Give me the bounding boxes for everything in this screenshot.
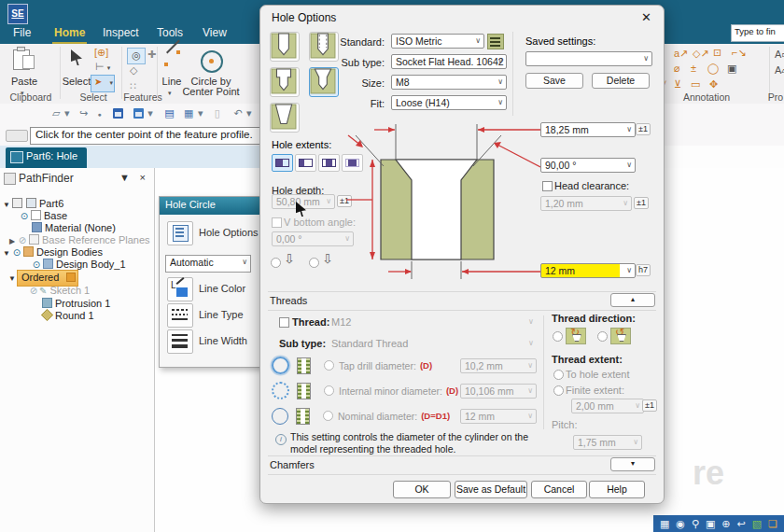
pathfinder-close-icon[interactable]: × — [140, 172, 146, 183]
standards-list-icon[interactable] — [487, 34, 504, 49]
tree-item-base[interactable]: ⊙Base — [0, 209, 154, 221]
polygon-icon[interactable]: ✚ — [147, 49, 156, 61]
tap-drill-diameter-radio[interactable] — [324, 360, 334, 371]
internal-minor-diameter-dropdown[interactable]: 10,106 mm — [460, 384, 537, 399]
open-icon[interactable]: ↪ — [79, 107, 88, 119]
cancel-button[interactable]: Cancel — [531, 481, 587, 498]
connector-icon[interactable]: ⌐↘ — [732, 47, 747, 59]
circle-a-icon[interactable]: ◯ — [707, 63, 719, 75]
hole-diameter-dropdown[interactable]: 12 mm — [540, 263, 636, 278]
save-icon[interactable] — [113, 108, 123, 119]
finite-extent-dropdown[interactable]: 2,00 mm — [571, 399, 644, 413]
tree-item-round1[interactable]: Round 1 — [0, 309, 154, 321]
finite-extent-radio[interactable] — [553, 385, 564, 396]
save-as-default-button[interactable]: Save as Default — [455, 481, 527, 498]
grid-icon[interactable]: ▦ — [660, 519, 669, 529]
saved-settings-dropdown[interactable] — [525, 51, 652, 66]
extent-through-next-button[interactable] — [295, 154, 316, 172]
app-logo[interactable]: SE — [7, 4, 28, 24]
text-box-icon[interactable]: ▣ — [727, 63, 736, 75]
finite-extent-tolerance-button[interactable]: ±1 — [642, 399, 657, 412]
save-caret-icon[interactable]: ▾ — [147, 107, 153, 119]
leader-icon[interactable]: a↗ — [674, 48, 688, 60]
menu-tools[interactable]: Tools — [155, 26, 185, 42]
fit-dropdown[interactable]: Loose (H14) — [391, 95, 507, 110]
save-button[interactable]: Save — [525, 73, 583, 89]
target-icon[interactable]: ⊕ — [721, 519, 730, 529]
concentric-circle-icon[interactable]: ◎ — [127, 48, 146, 64]
thread-value[interactable]: M12 — [331, 316, 351, 328]
tool-icon[interactable]: ⚲ — [692, 519, 699, 529]
standard-dropdown[interactable]: ISO Metric — [391, 34, 484, 49]
style-dropdown[interactable]: Automatic — [165, 255, 251, 273]
tree-item-sketch1[interactable]: ⊘✎Sketch 1 — [0, 285, 154, 297]
right-hand-thread-radio[interactable] — [553, 331, 563, 342]
fence-select-icon[interactable]: ⊢ ▾ — [95, 61, 110, 73]
new-caret-icon[interactable]: ▾ — [64, 107, 70, 119]
v-bottom-angle-checkbox[interactable] — [272, 217, 282, 228]
zoom-icon[interactable]: ◉ — [676, 519, 685, 529]
thread-dropdown-chevron-icon[interactable]: ∨ — [528, 317, 534, 326]
frame-icon[interactable]: ▭ — [691, 78, 700, 91]
tree-item-base-reference-planes[interactable]: ▶⊘Base Reference Planes — [0, 233, 154, 245]
thread-subtype-value[interactable]: Standard Thread — [331, 338, 408, 349]
line-type-button[interactable] — [167, 303, 193, 328]
hole-type-tapered-button[interactable] — [270, 103, 300, 133]
datum-icon[interactable]: ⊻ — [674, 78, 681, 91]
tree-item-part6[interactable]: ▼Part6 — [0, 197, 154, 209]
paste-button[interactable]: Paste — [6, 76, 43, 87]
link-icon[interactable]: ● — [98, 111, 102, 118]
ordered-mark-icon[interactable] — [66, 273, 76, 282]
tree-item-protrusion1[interactable]: Protrusion 1 — [0, 297, 154, 309]
dialog-close-icon[interactable]: ✕ — [641, 10, 651, 24]
document-tab[interactable]: Part6: Hole — [6, 147, 87, 169]
direction-up-radio[interactable] — [309, 258, 319, 268]
menu-inspect[interactable]: Inspect — [101, 26, 141, 42]
hole-type-simple-button[interactable] — [270, 32, 300, 62]
head-clearance-dropdown[interactable]: 1,20 mm — [540, 196, 632, 211]
layers-icon[interactable]: ❏ — [768, 519, 777, 529]
select-mode-button[interactable]: ➤▾ — [91, 75, 115, 92]
countersink-diameter-tolerance-button[interactable]: ±1 — [636, 123, 651, 135]
hole-depth-dropdown[interactable]: 50,80 mm — [272, 194, 335, 209]
tree-item-design-bodies[interactable]: ▼⊙Design Bodies — [0, 245, 154, 258]
select-button[interactable]: Select — [58, 76, 95, 87]
search-input[interactable]: Type to fin — [731, 24, 784, 42]
left-hand-thread-radio[interactable] — [597, 331, 608, 342]
hole-circle-title[interactable]: Hole Circle — [160, 197, 272, 215]
extent-through-all-button[interactable] — [272, 154, 293, 172]
table-icon[interactable]: ▣ — [706, 519, 715, 529]
nominal-diameter-radio[interactable] — [323, 411, 333, 421]
countersink-angle-dropdown[interactable]: 90,00 ° — [540, 158, 636, 173]
help-button[interactable]: Help — [589, 481, 645, 498]
line-color-button[interactable]: L — [167, 277, 193, 301]
hole-options-button[interactable] — [167, 221, 193, 245]
properties-icon[interactable]: A▭ — [775, 49, 784, 61]
v-bottom-angle-dropdown[interactable]: 0,00 ° — [272, 231, 354, 246]
window-caret-icon[interactable]: ▾ — [198, 107, 203, 119]
tree-item-design-body1[interactable]: ⊙Design Body_1 — [0, 258, 154, 270]
balloon-icon[interactable]: ◇↗ — [693, 48, 709, 60]
hidden-eye-icon[interactable]: ⊘ — [28, 285, 39, 297]
menu-file[interactable]: File — [11, 26, 33, 42]
line-icon[interactable] — [164, 50, 181, 67]
delete-button[interactable]: Delete — [592, 73, 650, 89]
window-icon[interactable]: ▦ — [184, 107, 193, 119]
properties2-icon[interactable]: A▱ — [775, 64, 784, 77]
tree-item-ordered[interactable]: ▼Ordered — [0, 270, 154, 285]
direction-down-radio[interactable] — [271, 258, 281, 268]
threads-collapse-button[interactable]: ▴ — [610, 293, 655, 307]
subtype-dropdown-chevron-icon[interactable]: ∨ — [528, 339, 534, 347]
new-file-icon[interactable]: ▱ — [52, 107, 60, 119]
pathfinder-pin-icon[interactable]: ▼ — [119, 172, 130, 183]
internal-minor-diameter-radio[interactable] — [324, 385, 334, 396]
callout-icon[interactable]: ⊡ — [713, 47, 721, 59]
subtype-dropdown[interactable]: Socket Flat Head. 10642 — [391, 54, 507, 69]
chamfers-expand-button[interactable]: ▾ — [610, 457, 655, 471]
pitch-dropdown[interactable]: 1,75 mm — [573, 435, 642, 450]
menu-home[interactable]: Home — [52, 26, 87, 44]
tap-drill-diameter-dropdown[interactable]: 10,2 mm — [460, 358, 537, 373]
diamond-icon[interactable]: ◇ — [130, 64, 137, 77]
extent-from-to-button[interactable] — [318, 154, 340, 172]
line-width-button[interactable] — [167, 329, 193, 354]
